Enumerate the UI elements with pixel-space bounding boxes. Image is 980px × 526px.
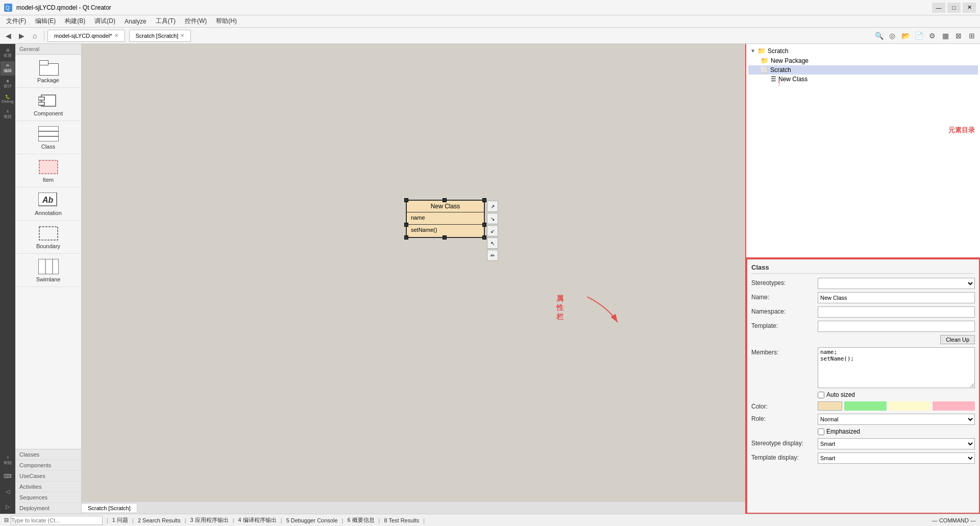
stereotypes-select[interactable] [818,278,975,289]
tree-item-scratch-root[interactable]: ▼ 📁 Scratch [748,46,978,56]
members-textarea[interactable]: name; setName(); [818,347,975,388]
canvas-area[interactable]: New Class name setName() ↗ ↘ ↙ ↖ ✏ [82,44,745,514]
canvas-tab-scratch[interactable]: Scratch [Scratch] [82,504,137,512]
model-tab-close[interactable]: ✕ [114,33,118,38]
palette-boundary-label: Boundary [36,243,60,249]
bottom-mode-2[interactable]: ◁ [1,484,15,498]
mode-edit[interactable]: ✏编辑 [1,61,15,76]
menu-control[interactable]: 控件(W) [181,16,211,27]
search-icon[interactable]: 🔍 [873,30,885,42]
class-icon [38,125,59,142]
status-problems[interactable]: 1 问题 [112,516,128,524]
handle-br[interactable] [482,235,486,240]
status-general[interactable]: 6 概要信息 [347,516,374,524]
canvas[interactable]: New Class name setName() ↗ ↘ ↙ ↖ ✏ [82,44,745,514]
status-compile[interactable]: 4 编译程序输出 [238,516,277,524]
emphasized-checkbox[interactable] [818,428,824,435]
forward-button[interactable]: ▶ [15,30,28,42]
scratch-tab[interactable]: Scratch [Scratch] ✕ [129,30,191,42]
handle-tm[interactable] [443,198,447,202]
handle-bl[interactable] [404,235,408,240]
handle-ml[interactable] [404,223,408,227]
palette-item[interactable]: Item [15,154,81,187]
status-search[interactable]: 2 Search Results [138,517,181,523]
locate-icon[interactable]: ◎ [886,30,898,42]
template-display-select[interactable]: Smart [818,452,975,464]
tree-arrow-scratch: ▼ [750,48,755,54]
mode-design[interactable]: ◈设计 [1,77,15,91]
uml-tb-assoc[interactable]: ↖ [487,237,498,249]
menu-analyze[interactable]: Analyze [120,17,151,26]
tree-item-scratch-node[interactable]: ⬜ Scratch [748,65,978,75]
color-swatch[interactable] [818,401,842,411]
bottom-mode-3[interactable]: ▷ [1,499,15,514]
model-tab[interactable]: model-sjLYCD.qmodel* ✕ [47,30,125,42]
mode-debug[interactable]: 🐛Debug [1,92,15,106]
status-test[interactable]: 8 Test Results [384,517,419,523]
mode-welcome[interactable]: ⊞欢迎 [1,46,15,60]
palette-component[interactable]: Component [15,88,81,121]
name-input[interactable] [818,292,975,303]
palette-package[interactable]: Package [15,55,81,88]
palette-boundary[interactable]: Boundary [15,221,81,254]
annotation-icon: Ab [38,192,59,209]
uml-tb-add-attr[interactable]: ↗ [487,201,498,212]
mode-projects[interactable]: ≡项目 [1,107,15,122]
color-strip-green[interactable] [844,401,887,411]
palette-tab-sequences[interactable]: Sequences [15,492,81,503]
home-button[interactable]: ⌂ [29,30,41,42]
uml-tb-add-method[interactable]: ↘ [487,213,498,224]
cleanup-button[interactable]: Clean Up [940,335,975,344]
scratch-tab-close[interactable]: ✕ [180,33,184,38]
prop-row-template-display: Template display: Smart [751,452,975,464]
palette-annotation[interactable]: Ab Annotation [15,187,81,221]
color-strip-pink[interactable] [933,401,975,411]
handle-bm[interactable] [443,235,447,240]
stereotype-display-select[interactable]: Smart [818,438,975,449]
palette-tab-usecases[interactable]: UseCases [15,471,81,482]
menu-debug[interactable]: 调试(D) [90,16,119,27]
status-app-output[interactable]: 3 应用程序输出 [190,516,229,524]
close-button[interactable]: ✕ [963,3,976,13]
open-file-icon[interactable]: 📂 [899,30,912,42]
menu-edit[interactable]: 编辑(E) [31,16,60,27]
statusbar: ⊟ | 1 问题 | 2 Search Results | 3 应用程序输出 |… [0,514,980,526]
status-debugger[interactable]: 5 Debugger Console [286,517,338,523]
settings-icon[interactable]: ⚙ [926,30,938,42]
minimize-button[interactable]: — [932,3,945,13]
palette-swimlane[interactable]: Swimlane [15,254,81,287]
handle-mr[interactable] [482,223,486,227]
handle-tr[interactable] [482,198,486,202]
handle-tl[interactable] [404,198,408,202]
palette-tab-deployment[interactable]: Deployment [15,503,81,514]
split-icon[interactable]: ⊞ [966,30,978,42]
palette-tab-classes[interactable]: Classes [15,449,81,460]
auto-sized-checkbox[interactable] [818,392,824,398]
menu-file[interactable]: 文件(F) [2,16,30,27]
tree-item-new-package[interactable]: 📁 New Package [748,56,978,65]
namespace-input[interactable] [818,306,975,318]
palette-tab-activities[interactable]: Activities [15,482,81,492]
layout-icon[interactable]: ▦ [939,30,951,42]
uml-tb-more[interactable]: ✏ [487,250,498,261]
palette-class[interactable]: Class [15,121,81,154]
maximize-button[interactable]: □ [947,3,961,13]
menu-tools[interactable]: 工具(T) [152,16,180,27]
menu-help[interactable]: 帮助(H) [212,16,241,27]
color-strip-yellow[interactable] [889,401,931,411]
back-button[interactable]: ◀ [2,30,14,42]
class-methods-text: setName() [411,227,437,233]
model-tree[interactable]: 元素目录 ▼ 📁 Scratch 📁 New Package ↑ ⬜ Scrat… [746,44,980,258]
close-pane-icon[interactable]: ⊠ [952,30,965,42]
template-input[interactable] [818,321,975,332]
uml-tb-inherit[interactable]: ↙ [487,225,498,236]
menu-build[interactable]: 构建(B) [61,16,89,27]
uml-class-box[interactable]: New Class name setName() ↗ ↘ ↙ ↖ ✏ [406,200,485,238]
locate-input[interactable] [11,516,103,525]
new-icon[interactable]: 📄 [913,30,925,42]
tree-item-new-class[interactable]: ☰ New Class [748,75,978,84]
palette-tab-components[interactable]: Components [15,460,81,471]
bottom-mode-1[interactable]: ⌨ [1,469,15,483]
role-select[interactable]: Normal [818,414,975,425]
mode-help[interactable]: ?帮助 [1,453,15,468]
